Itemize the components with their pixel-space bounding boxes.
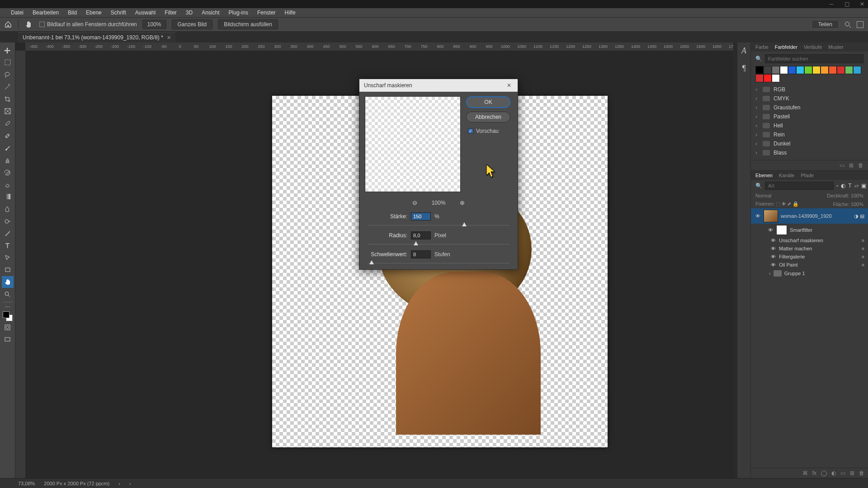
layer-kind-input[interactable] — [765, 182, 834, 190]
swatch[interactable] — [780, 66, 788, 74]
marquee-tool[interactable] — [2, 56, 14, 68]
menu-filter[interactable]: Filter — [165, 9, 177, 16]
filter-settings-icon[interactable]: ≡ — [862, 246, 864, 251]
visibility-icon[interactable]: 👁 — [755, 213, 761, 219]
expand-icon[interactable]: › — [755, 113, 759, 120]
threshold-slider[interactable] — [368, 260, 509, 267]
fit-whole-button[interactable]: Ganzes Bild — [172, 19, 213, 29]
pen-tool[interactable] — [2, 227, 14, 239]
filter-settings-icon[interactable]: ≡ — [862, 254, 864, 259]
canvas-scrollbar[interactable] — [733, 42, 737, 478]
delete-swatch-icon[interactable]: 🗑 — [858, 162, 863, 169]
menu-bearbeiten[interactable]: Bearbeiten — [33, 9, 59, 16]
fill-value[interactable]: 100% — [851, 202, 863, 207]
search-icon[interactable] — [844, 21, 851, 28]
dialog-preview[interactable] — [365, 96, 461, 192]
layer-name[interactable]: woman-1439909_1920 — [781, 213, 832, 219]
hand-tool-icon[interactable] — [24, 19, 34, 29]
swatch[interactable] — [821, 66, 829, 74]
status-zoom[interactable]: 73,08% — [18, 481, 35, 486]
eraser-tool[interactable] — [2, 178, 14, 190]
menu-schrift[interactable]: Schrift — [111, 9, 126, 16]
ok-button[interactable]: OK — [466, 96, 510, 108]
dialog-titlebar[interactable]: Unscharf maskieren ✕ — [359, 79, 518, 92]
radius-slider[interactable] — [368, 241, 509, 248]
crop-tool[interactable] — [2, 93, 14, 105]
frame-tool[interactable] — [2, 105, 14, 117]
menu-3d[interactable]: 3D — [186, 9, 193, 16]
visibility-icon[interactable]: 👁 — [770, 254, 776, 259]
threshold-input[interactable] — [411, 250, 431, 258]
new-group-icon[interactable]: ▭ — [840, 162, 844, 169]
swatch-group[interactable]: ›RGB — [755, 85, 863, 94]
filter-settings-icon[interactable]: ≡ — [862, 263, 864, 267]
swatch[interactable] — [853, 66, 861, 74]
filter-icon[interactable]: 🔍 — [755, 183, 762, 189]
gradient-tool[interactable] — [2, 191, 14, 202]
amount-input[interactable] — [411, 212, 431, 221]
swatch-group[interactable]: ›Hell — [755, 121, 863, 130]
fx-icon[interactable]: fx — [812, 470, 816, 476]
expand-icon[interactable]: › — [769, 271, 771, 276]
quickmask-icon[interactable] — [2, 321, 14, 333]
menu-hilfe[interactable]: Hilfe — [285, 9, 296, 16]
tab-muster[interactable]: Muster — [828, 44, 844, 50]
history-brush-tool[interactable] — [2, 166, 14, 178]
layer-main[interactable]: 👁 woman-1439909_1920 ◑ ▤ — [751, 208, 868, 224]
filter-smart-icon[interactable]: ▣ — [861, 183, 866, 189]
mask-icon[interactable]: ◯ — [821, 470, 827, 476]
smartfilter-item[interactable]: 👁Unscharf maskieren≡ — [751, 236, 868, 244]
swatch-group[interactable]: ›CMYK — [755, 94, 863, 103]
expand-icon[interactable]: › — [755, 122, 759, 129]
expand-icon[interactable]: › — [755, 104, 759, 111]
visibility-icon[interactable]: 👁 — [770, 246, 776, 251]
new-group-icon[interactable]: ▭ — [840, 470, 845, 476]
swatch[interactable] — [845, 66, 853, 74]
tab-verlaeufe[interactable]: Verläufe — [804, 44, 822, 50]
preview-checkbox[interactable]: ✓ Vorschau — [466, 126, 512, 134]
path-select-tool[interactable] — [2, 252, 14, 263]
swatch-group[interactable]: ›Dunkel — [755, 139, 863, 148]
heal-tool[interactable] — [2, 130, 14, 141]
new-swatch-icon[interactable]: ⊞ — [849, 162, 854, 169]
lasso-tool[interactable] — [2, 69, 14, 80]
dialog-close-icon[interactable]: ✕ — [505, 81, 513, 89]
swatch[interactable] — [796, 66, 804, 74]
zoom-out-icon[interactable]: ⊖ — [412, 199, 417, 206]
move-tool[interactable] — [2, 44, 14, 56]
stamp-tool[interactable] — [2, 154, 14, 166]
blur-tool[interactable] — [2, 203, 14, 215]
edit-toolbar-icon[interactable]: ⋯ — [2, 304, 14, 310]
fill-screen-button[interactable]: Bildschirm ausfüllen — [218, 19, 278, 29]
group-name[interactable]: Gruppe 1 — [784, 271, 805, 276]
smartfilter-item[interactable]: 👁Filtergalerie≡ — [751, 253, 868, 261]
brush-tool[interactable] — [2, 142, 14, 154]
swatch[interactable] — [772, 66, 780, 74]
share-button[interactable]: Teilen — [811, 20, 839, 29]
foreground-background-colors[interactable] — [3, 311, 13, 321]
scroll-all-checkbox[interactable]: Bildlauf in allen Fenstern durchführen — [39, 21, 137, 28]
swatch[interactable] — [837, 66, 845, 74]
visibility-icon[interactable]: 👁 — [767, 227, 774, 233]
expand-icon[interactable]: › — [755, 86, 759, 93]
link-icon[interactable]: ⌘ — [802, 470, 808, 476]
tab-close-icon[interactable]: ✕ — [167, 35, 171, 41]
minimize-icon[interactable]: ─ — [828, 1, 835, 7]
tab-ebenen[interactable]: Ebenen — [755, 173, 773, 178]
screenmode-icon[interactable] — [2, 333, 14, 345]
dodge-tool[interactable] — [2, 215, 14, 227]
filter-settings-icon[interactable]: ≡ — [862, 238, 864, 243]
swatch-group[interactable]: ›Rein — [755, 130, 863, 139]
expand-icon[interactable]: › — [755, 95, 759, 102]
character-panel-icon[interactable]: A — [741, 46, 746, 56]
tab-kanaele[interactable]: Kanäle — [779, 173, 794, 178]
document-tab[interactable]: Unbenannt-1 bei 73,1% (woman-1439909_192… — [18, 32, 175, 42]
radius-input[interactable] — [411, 231, 431, 239]
status-nav-right-icon[interactable]: › — [129, 481, 131, 486]
swatch-group[interactable]: ›Pastell — [755, 112, 863, 121]
workspace-icon[interactable] — [857, 21, 863, 28]
menu-auswahl[interactable]: Auswahl — [135, 9, 156, 16]
swatch[interactable] — [788, 66, 796, 74]
expand-icon[interactable]: › — [755, 150, 759, 156]
rectangle-tool[interactable] — [2, 264, 14, 276]
